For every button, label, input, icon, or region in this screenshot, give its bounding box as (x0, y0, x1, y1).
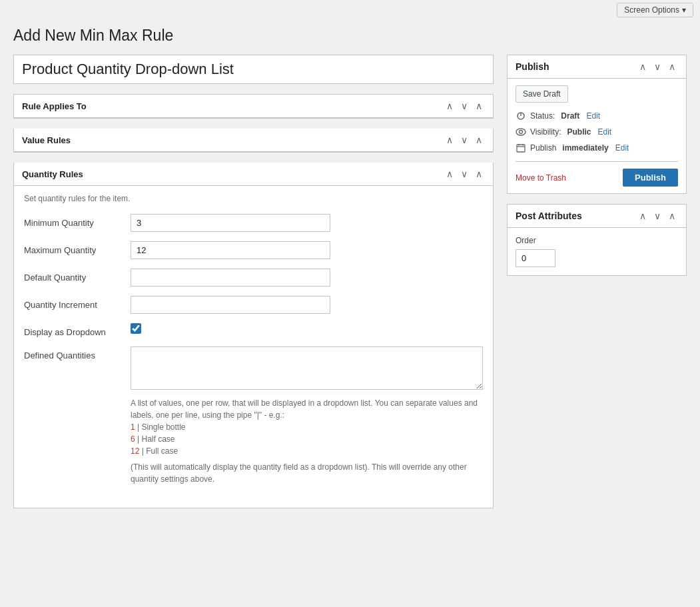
quantity-increment-label: Quantity Increment (24, 296, 131, 310)
default-quantity-label: Default Quantity (24, 269, 131, 283)
defined-quantities-field: A list of values, one per row, that will… (131, 346, 483, 485)
post-attributes-down-btn[interactable]: ∨ (651, 210, 663, 222)
display-dropdown-label: Display as Dropdown (24, 323, 131, 337)
publish-timing-label: Publish (530, 143, 556, 153)
default-quantity-row: Default Quantity (24, 269, 483, 287)
value-rules-panel: Value Rules ∧ ∨ ∧ (13, 129, 494, 153)
publish-timing-value: immediately (562, 143, 608, 153)
max-quantity-field (131, 241, 483, 259)
svg-rect-4 (517, 145, 525, 152)
quantity-rules-header[interactable]: Quantity Rules ∧ ∨ ∧ (14, 163, 493, 186)
quantity-rules-collapse-btn[interactable]: ∧ (473, 168, 485, 180)
publish-box-header[interactable]: Publish ∧ ∨ ∧ (508, 55, 686, 79)
defined-quantities-textarea[interactable] (131, 346, 483, 390)
status-row: Status: Draft Edit (516, 111, 678, 121)
publish-button[interactable]: Publish (623, 169, 678, 187)
visibility-icon (516, 127, 526, 137)
quantity-rules-description: Set quantity rules for the item. (24, 194, 483, 203)
max-quantity-label: Maximum Quantity (24, 241, 131, 255)
quantity-rules-down-btn[interactable]: ∨ (458, 168, 470, 180)
publish-box-collapse-btn[interactable]: ∧ (666, 61, 678, 73)
page-title: Add New Min Max Rule (0, 20, 700, 55)
publish-meta: Status: Draft Edit Visibility: Public Ed… (516, 111, 678, 153)
example-item-1: 1 | Single bottle (131, 421, 483, 433)
default-quantity-field (131, 269, 483, 287)
visibility-label: Visibility: (530, 127, 561, 137)
rule-applies-to-collapse-btn[interactable]: ∧ (473, 100, 485, 112)
post-attributes-up-btn[interactable]: ∧ (637, 210, 649, 222)
quantity-rules-body: Set quantity rules for the item. Minimum… (14, 186, 493, 508)
rule-title-input[interactable] (13, 55, 494, 84)
save-draft-button[interactable]: Save Draft (516, 85, 568, 103)
left-column: Rule Applies To ∧ ∨ ∧ Value Rules ∧ ∨ ∧ (13, 55, 494, 508)
rule-applies-to-up-btn[interactable]: ∧ (444, 100, 456, 112)
visibility-edit-link[interactable]: Edit (597, 127, 611, 137)
publish-actions: Move to Trash Publish (516, 161, 678, 187)
publish-timing-row: Publish immediately Edit (516, 143, 678, 153)
defined-quantities-row: Defined Quantities A list of values, one… (24, 346, 483, 485)
defined-quantities-note: (This will automatically display the qua… (131, 461, 483, 485)
quantity-rules-panel: Quantity Rules ∧ ∨ ∧ Set quantity rules … (13, 163, 494, 508)
screen-options-button[interactable]: Screen Options ▾ (617, 3, 693, 17)
defined-quantities-label: Defined Quantities (24, 346, 131, 360)
right-column: Publish ∧ ∨ ∧ Save Draft Status: (507, 55, 687, 276)
example-item-2: 6 | Half case (131, 433, 483, 445)
value-rules-title: Value Rules (22, 135, 71, 145)
value-rules-controls: ∧ ∨ ∧ (444, 134, 485, 146)
visibility-row: Visibility: Public Edit (516, 127, 678, 137)
rule-applies-to-header[interactable]: Rule Applies To ∧ ∨ ∧ (14, 95, 493, 118)
quantity-increment-field (131, 296, 483, 314)
quantity-rules-title: Quantity Rules (22, 169, 83, 179)
max-quantity-input[interactable] (131, 241, 330, 259)
publish-box-up-btn[interactable]: ∧ (637, 61, 649, 73)
example-item-3: 12 | Full case (131, 445, 483, 457)
status-icon (516, 111, 526, 121)
default-quantity-input[interactable] (131, 269, 330, 287)
status-value: Draft (561, 111, 579, 121)
chevron-down-icon: ▾ (682, 5, 686, 15)
quantity-rules-up-btn[interactable]: ∧ (444, 168, 456, 180)
post-attributes-body: Order (508, 228, 686, 275)
rule-applies-to-down-btn[interactable]: ∨ (458, 100, 470, 112)
calendar-icon (516, 143, 526, 153)
value-rules-collapse-btn[interactable]: ∧ (473, 134, 485, 146)
post-attributes-title: Post Attributes (516, 211, 582, 221)
screen-options-label: Screen Options (624, 5, 679, 15)
display-dropdown-field (131, 323, 483, 336)
rule-applies-to-controls: ∧ ∨ ∧ (444, 100, 485, 112)
order-input[interactable] (516, 249, 555, 267)
value-rules-up-btn[interactable]: ∧ (444, 134, 456, 146)
publish-box-body: Save Draft Status: Draft Edit (508, 79, 686, 193)
status-label: Status: (530, 111, 555, 121)
post-attributes-box: Post Attributes ∧ ∨ ∧ Order (507, 204, 687, 276)
min-quantity-input[interactable] (131, 214, 330, 232)
min-quantity-field (131, 214, 483, 232)
publish-box-title: Publish (516, 61, 549, 72)
rule-applies-to-panel: Rule Applies To ∧ ∨ ∧ (13, 94, 494, 119)
move-to-trash-link[interactable]: Move to Trash (516, 173, 566, 183)
value-rules-down-btn[interactable]: ∨ (458, 134, 470, 146)
status-edit-link[interactable]: Edit (586, 111, 600, 121)
rule-applies-to-title: Rule Applies To (22, 101, 87, 111)
display-dropdown-checkbox[interactable] (131, 323, 141, 334)
min-quantity-label: Minimum Quantity (24, 214, 131, 228)
post-attributes-collapse-btn[interactable]: ∧ (666, 210, 678, 222)
main-layout: Rule Applies To ∧ ∨ ∧ Value Rules ∧ ∨ ∧ (0, 55, 700, 522)
publish-timing-edit-link[interactable]: Edit (615, 143, 629, 153)
min-quantity-row: Minimum Quantity (24, 214, 483, 232)
visibility-value: Public (567, 127, 591, 137)
publish-box-controls: ∧ ∨ ∧ (637, 61, 678, 73)
publish-box-down-btn[interactable]: ∨ (651, 61, 663, 73)
quantity-rules-controls: ∧ ∨ ∧ (444, 168, 485, 180)
publish-box: Publish ∧ ∨ ∧ Save Draft Status: (507, 55, 687, 194)
svg-point-2 (516, 129, 525, 135)
svg-point-3 (520, 131, 523, 134)
top-bar: Screen Options ▾ (0, 0, 700, 20)
value-rules-header[interactable]: Value Rules ∧ ∨ ∧ (14, 129, 493, 152)
order-label: Order (516, 236, 678, 245)
quantity-increment-input[interactable] (131, 296, 330, 314)
max-quantity-row: Maximum Quantity (24, 241, 483, 259)
quantity-increment-row: Quantity Increment (24, 296, 483, 314)
post-attributes-header[interactable]: Post Attributes ∧ ∨ ∧ (508, 205, 686, 228)
defined-quantities-help: A list of values, one per row, that will… (131, 397, 483, 457)
